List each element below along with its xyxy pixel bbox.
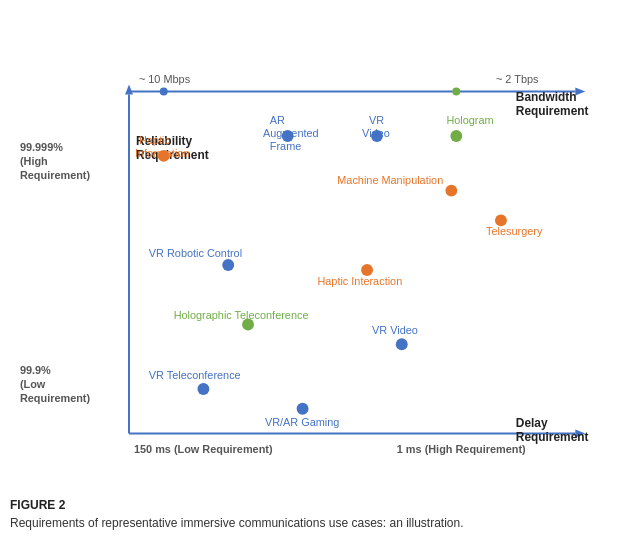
figure-number: FIGURE 2 [10,498,613,512]
svg-point-2 [160,87,168,95]
bw-axis-label: Bandwidth [516,90,577,104]
svg-text:(Low: (Low [20,378,46,390]
svg-text:VR Teleconference: VR Teleconference [149,369,241,381]
svg-text:VR Robotic Control: VR Robotic Control [149,247,242,259]
svg-text:Video: Video [362,127,390,139]
svg-text:150 ms (Low Requirement): 150 ms (Low Requirement) [134,443,273,455]
svg-text:Requirement: Requirement [516,104,589,118]
svg-text:Delay: Delay [516,416,548,430]
svg-marker-1 [575,87,585,95]
svg-text:Hologram: Hologram [446,114,493,126]
point-vr-video-mid [396,338,408,350]
chart-svg: ~ 10 Mbps ~ 2 Tbps Bandwidth Requirement… [10,10,613,490]
svg-text:99.9%: 99.9% [20,364,51,376]
point-vr-teleconf [197,383,209,395]
point-vr-ar-gaming [297,403,309,415]
bw-high-label: ~ 2 Tbps [496,73,539,85]
figure-section: FIGURE 2 Requirements of representative … [10,498,613,532]
svg-text:AR: AR [270,114,285,126]
svg-text:Telesurgery: Telesurgery [486,225,543,237]
figure-caption: Requirements of representative immersive… [10,515,613,532]
svg-text:Information: Information [135,147,189,159]
label-haptic-info: Haptic [139,134,170,146]
svg-text:99.999%: 99.999% [20,141,63,153]
bw-low-label: ~ 10 Mbps [139,73,191,85]
point-machine-manip [445,185,457,197]
point-vr-robotic [222,259,234,271]
svg-point-3 [452,87,460,95]
svg-text:Frame: Frame [270,140,301,152]
svg-text:Machine Manipulation: Machine Manipulation [337,174,443,186]
svg-text:Augmented: Augmented [263,127,319,139]
svg-text:1 ms (High Requirement): 1 ms (High Requirement) [397,443,526,455]
svg-text:VR: VR [369,114,384,126]
point-hologram [450,130,462,142]
svg-text:VR/AR Gaming: VR/AR Gaming [265,416,339,428]
svg-text:VR Video: VR Video [372,324,418,336]
svg-text:Requirement): Requirement) [20,392,91,404]
svg-text:(High: (High [20,155,48,167]
svg-text:Holographic Teleconference: Holographic Teleconference [174,309,309,321]
svg-text:Requirement): Requirement) [20,169,91,181]
svg-text:Requirement: Requirement [516,430,589,444]
svg-marker-6 [125,84,133,94]
chart-area: ~ 10 Mbps ~ 2 Tbps Bandwidth Requirement… [10,10,613,490]
svg-text:Haptic Interaction: Haptic Interaction [317,275,402,287]
page-container: ~ 10 Mbps ~ 2 Tbps Bandwidth Requirement… [0,0,628,542]
